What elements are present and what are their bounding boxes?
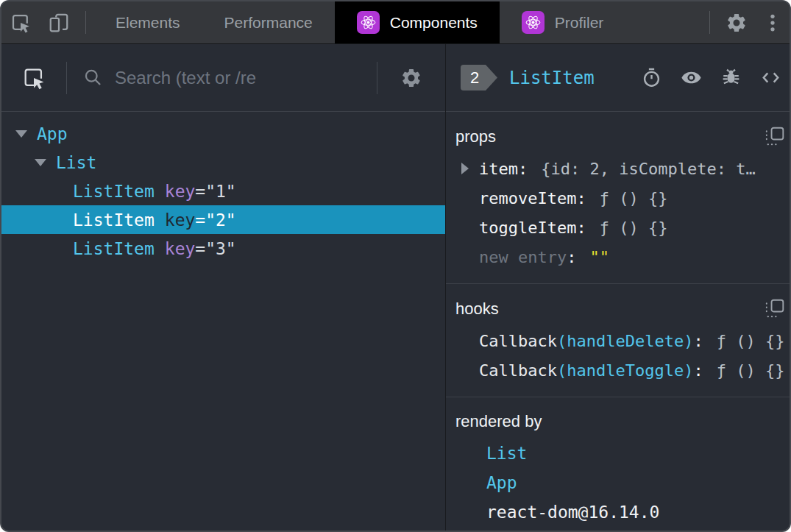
hook-name: Callback <box>479 361 557 380</box>
hooks-section: hooks Callback(handleDelete):ƒ () {} <box>446 284 791 397</box>
new-entry-name[interactable]: new entry <box>479 248 567 266</box>
search-input[interactable] <box>115 68 377 88</box>
copy-props-button[interactable] <box>765 127 784 146</box>
props-section-title: props <box>455 127 496 146</box>
hooks-section-title: hooks <box>455 299 499 319</box>
inspect-dom-button[interactable] <box>681 67 702 88</box>
rendered-by-title: rendered by <box>455 412 542 431</box>
tree-row-listitem-2-selected[interactable]: ListItemkey="2" <box>1 205 445 234</box>
component-tree: App List ListItemkey="1" ListItemkey="2"… <box>1 112 445 531</box>
prop-name: toggleItem <box>479 219 576 237</box>
tab-profiler[interactable]: Profiler <box>500 1 626 43</box>
devtools-window: Elements Performance Components <box>0 0 791 532</box>
tree-row-app[interactable]: App <box>1 119 445 148</box>
prop-row-item: item:{id: 2, isComplete: t… <box>455 154 784 183</box>
component-name: ListItem <box>73 182 155 201</box>
hook-value: ƒ () {} <box>717 332 785 350</box>
colon: : <box>693 332 703 350</box>
component-name: App <box>37 124 68 143</box>
components-panel: App List ListItemkey="1" ListItemkey="2"… <box>1 44 790 531</box>
tabbar-separator <box>709 11 710 34</box>
copy-hooks-button[interactable] <box>765 299 784 319</box>
copy-icon <box>765 127 784 146</box>
tree-settings-button[interactable] <box>377 67 445 89</box>
chevron-down-icon[interactable] <box>35 159 46 166</box>
search-icon <box>83 68 103 88</box>
more-menu-icon <box>762 12 784 34</box>
owner-row-app[interactable]: App <box>455 468 784 497</box>
tab-label: Elements <box>116 14 180 32</box>
key-attribute: key <box>165 239 196 258</box>
key-value: ="1" <box>195 182 235 201</box>
hook-detail: (handleToggle) <box>557 361 693 380</box>
tab-label: Profiler <box>555 14 604 32</box>
inspect-element-button[interactable] <box>1 1 40 43</box>
component-name: ListItem <box>73 210 155 230</box>
prop-value: ƒ () {} <box>600 189 668 208</box>
colon: : <box>567 248 576 266</box>
hook-name: Callback <box>479 332 557 350</box>
prop-name: item <box>479 160 518 178</box>
inspected-component-name: ListItem <box>509 68 595 88</box>
search-box <box>67 68 377 88</box>
timer-icon <box>641 67 662 88</box>
tree-toolbar <box>1 44 445 112</box>
hook-detail: (handleDelete) <box>557 332 693 350</box>
owner-row-react-dom: react-dom@16.14.0 <box>455 497 784 527</box>
suspend-timer-button[interactable] <box>641 67 662 88</box>
copy-icon <box>765 299 784 319</box>
rendered-by-section: rendered by List App react-dom@16.14.0 <box>446 397 791 532</box>
tree-pane: App List ListItemkey="1" ListItemkey="2"… <box>1 44 446 531</box>
chevron-down-icon[interactable] <box>15 130 27 138</box>
colon: : <box>693 361 703 380</box>
view-source-button[interactable] <box>760 67 781 88</box>
prop-row-toggleitem: toggleItem:ƒ () {} <box>455 213 784 242</box>
hook-row-handletoggle: Callback(handleToggle):ƒ () {} <box>455 355 784 385</box>
more-menu-button[interactable] <box>756 1 790 43</box>
chevron-right-icon[interactable] <box>461 163 469 174</box>
props-section: props item:{id: 2, isComplete: t… <box>446 112 791 284</box>
element-index-badge: 2 <box>461 65 497 91</box>
settings-icon <box>726 12 748 34</box>
prop-value: {id: 2, isComplete: t… <box>541 160 755 178</box>
owner-link[interactable]: App <box>486 473 517 492</box>
debug-component-button[interactable] <box>720 67 742 88</box>
key-attribute: key <box>165 182 196 201</box>
tab-label: Components <box>390 14 478 32</box>
tree-row-listitem-1[interactable]: ListItemkey="1" <box>1 177 445 205</box>
inspect-element-icon <box>21 65 46 91</box>
react-logo-icon <box>522 11 545 34</box>
tab-elements[interactable]: Elements <box>93 1 202 43</box>
colon: : <box>518 160 528 178</box>
component-name: ListItem <box>73 239 155 258</box>
component-name: List <box>56 153 96 172</box>
prop-row-new-entry[interactable]: new entry:"" <box>455 242 784 272</box>
owner-link[interactable]: List <box>486 444 527 463</box>
device-toolbar-button[interactable] <box>40 1 78 43</box>
tree-row-list[interactable]: List <box>1 148 445 177</box>
bug-icon <box>720 67 742 88</box>
prop-value: ƒ () {} <box>600 219 668 237</box>
tab-components[interactable]: Components <box>335 1 500 43</box>
new-entry-value[interactable]: "" <box>589 248 609 266</box>
renderer-version: react-dom@16.14.0 <box>486 503 659 522</box>
key-value: ="3" <box>195 239 235 258</box>
tabbar-separator <box>85 11 86 34</box>
tab-label: Performance <box>224 14 313 32</box>
prop-row-removeitem: removeItem:ƒ () {} <box>455 183 784 213</box>
hook-value: ƒ () {} <box>717 361 785 380</box>
inspector-pane: 2 ListItem <box>446 44 791 531</box>
settings-icon <box>400 67 422 89</box>
key-attribute: key <box>165 210 196 230</box>
tree-row-listitem-3[interactable]: ListItemkey="3" <box>1 234 445 263</box>
inspector-header: 2 ListItem <box>446 44 791 112</box>
eye-icon <box>681 67 702 88</box>
prop-name: removeItem <box>479 189 576 208</box>
devtools-settings-button[interactable] <box>717 1 756 43</box>
devtools-tabbar: Elements Performance Components <box>1 1 790 44</box>
tab-performance[interactable]: Performance <box>202 1 335 43</box>
select-component-button[interactable] <box>1 65 66 91</box>
colon: : <box>576 189 586 208</box>
owner-row-list[interactable]: List <box>455 439 784 468</box>
colon: : <box>576 219 586 237</box>
